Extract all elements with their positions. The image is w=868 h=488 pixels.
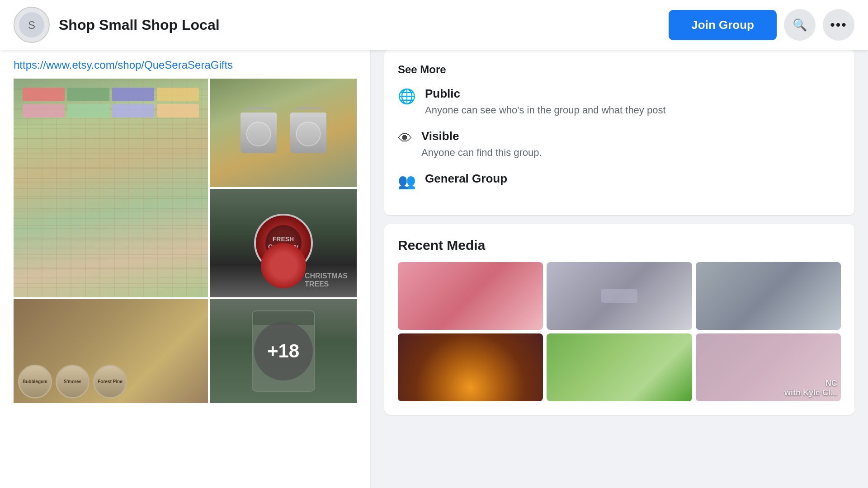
visible-description: Anyone can find this group. (421, 146, 542, 160)
wax-melts-image (14, 79, 208, 297)
recent-media-title: Recent Media (398, 238, 841, 253)
media-thumb-6[interactable]: NCwith Kyle Cl... (696, 333, 841, 401)
public-description: Anyone can see who's in the group and wh… (425, 103, 666, 117)
see-more-link[interactable]: See More (398, 63, 841, 76)
visible-info-text: Visible Anyone can find this group. (421, 129, 542, 160)
public-info-row: 🌐 Public Anyone can see who's in the gro… (398, 87, 841, 117)
search-button[interactable]: 🔍 (784, 9, 816, 41)
public-info-text: Public Anyone can see who's in the group… (425, 87, 666, 117)
main-content: https://www.etsy.com/shop/QueSeraSeraGif… (0, 50, 868, 488)
buckets-image (210, 79, 357, 187)
join-group-button[interactable]: Join Group (669, 10, 777, 40)
media-grid: NCwith Kyle Cl... (398, 262, 841, 401)
general-group-text: General Group (425, 172, 507, 188)
candle-tins-image: Bubblegum S'mores Forest Pine (14, 299, 208, 403)
globe-icon: 🌐 (398, 88, 416, 105)
general-group-label: General Group (425, 172, 507, 186)
group-icon: 👥 (398, 173, 416, 190)
navbar-actions: Join Group 🔍 ••• (669, 9, 854, 41)
plus-overlay: +18 (210, 299, 357, 403)
visible-info-row: 👁 Visible Anyone can find this group. (398, 129, 841, 160)
navbar: S Shop Small Shop Local Join Group 🔍 ••• (0, 0, 868, 50)
media-thumb-5[interactable] (547, 333, 692, 401)
group-title: Shop Small Shop Local (59, 17, 669, 33)
watermark-text: NCwith Kyle Cl... (784, 379, 837, 398)
plus-count-badge: +18 (254, 322, 313, 380)
group-info-card: See More 🌐 Public Anyone can see who's i… (384, 50, 854, 215)
svg-text:S: S (28, 19, 35, 31)
general-group-row: 👥 General Group (398, 172, 841, 190)
media-thumb-4[interactable] (398, 333, 543, 401)
cranberry-candle-image: FRESHCranberry CHRISTMASTREES (210, 189, 357, 297)
watermark: NCwith Kyle Cl... (696, 333, 841, 401)
search-icon: 🔍 (793, 18, 807, 32)
glass-candle-image: +18 (210, 299, 357, 403)
public-title: Public (425, 87, 666, 101)
more-icon: ••• (830, 17, 847, 33)
media-thumb-2[interactable] (547, 262, 692, 330)
image-grid: FRESHCranberry CHRISTMASTREES Bubblegum … (14, 79, 357, 403)
media-thumb-1[interactable] (398, 262, 543, 330)
recent-media-card: Recent Media NCwith Kyle Cl... (384, 224, 854, 415)
eye-icon: 👁 (398, 130, 412, 147)
etsy-link[interactable]: https://www.etsy.com/shop/QueSeraSeraGif… (14, 59, 357, 71)
right-panel: See More 🌐 Public Anyone can see who's i… (371, 50, 868, 488)
group-avatar: S (14, 7, 50, 43)
more-options-button[interactable]: ••• (823, 9, 854, 41)
left-panel: https://www.etsy.com/shop/QueSeraSeraGif… (0, 50, 371, 488)
media-thumb-3[interactable] (696, 262, 841, 330)
visible-title: Visible (421, 129, 542, 143)
